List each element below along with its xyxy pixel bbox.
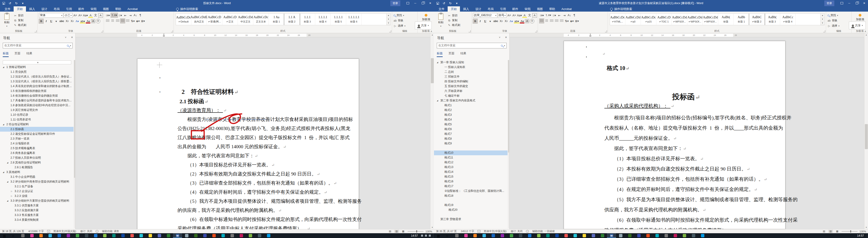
tree-arrow-icon[interactable]: ▷ <box>11 194 12 199</box>
styles-scroll-up-icon[interactable]: ▲ <box>821 14 824 18</box>
tree-arrow-icon[interactable]: ◢ <box>3 122 4 127</box>
nav-heading-item[interactable]: ◢ 1 资格证明材料 <box>0 65 73 70</box>
ribbon-tab[interactable]: 布局 <box>485 6 497 11</box>
nav-heading-item[interactable]: 1.1 营业执照 <box>0 70 73 74</box>
grow-font-icon[interactable]: A˄ <box>73 13 78 18</box>
nav-search-input[interactable]: 在文档中搜索 ▾ <box>437 43 506 48</box>
nav-heading-item[interactable]: 3.3.1 供货服务方案 <box>0 203 73 208</box>
scroll-up-icon[interactable]: ▲ <box>430 33 434 37</box>
styles-scroll-down-icon[interactable]: ▼ <box>821 18 824 21</box>
restore-button[interactable] <box>419 0 427 6</box>
font-size-combo[interactable]: 四号▾ <box>498 13 506 18</box>
nav-heading-item[interactable]: 1.9 其它资格证明文件 <box>0 108 73 112</box>
document-page[interactable]: ▪2 符合性证明材料↵ ▪2.1 投标函↵ （凌源市教育局）： ↵ 根据贵方(凌… <box>137 59 359 229</box>
nav-heading-item[interactable]: ◢ 2.8 其他符合性证明材料 <box>0 160 73 165</box>
styles-dialog-launcher[interactable] <box>389 30 391 32</box>
taskbar-app-icon[interactable] <box>227 233 237 238</box>
taskbar-app-icon[interactable] <box>498 233 507 238</box>
nav-heading-item[interactable]: 2.8.1 检测报告 <box>0 165 73 170</box>
style-tile[interactable]: AaBbCcD ↵普通(网... <box>207 14 222 25</box>
save-icon[interactable] <box>436 1 439 5</box>
style-tile[interactable]: 1.1 A 标题 2 <box>284 14 300 25</box>
taskbar-app-icon[interactable] <box>82 233 91 238</box>
highlight-color-icon[interactable]: ab▾ <box>514 19 519 24</box>
ribbon-tab[interactable]: 插入 <box>26 6 38 11</box>
bold-button[interactable]: B <box>39 19 43 24</box>
share-button[interactable]: 共享▾ <box>415 22 432 29</box>
style-tile[interactable]: AaBb( 标题 3 <box>765 14 780 25</box>
taskbar-app-icon[interactable] <box>461 233 470 238</box>
nav-heading-item[interactable]: 1.5 依法缴纳税收的缴款凭据 <box>0 89 73 94</box>
track-changes-indicator[interactable]: 修订: 关闭 <box>509 230 525 233</box>
clear-format-icon[interactable]: A <box>88 13 93 18</box>
font-size-combo[interactable]: 小三▾ <box>64 13 72 18</box>
nav-heading-item[interactable]: 格式11 <box>434 155 507 160</box>
taskbar-app-icon[interactable]: ○ <box>443 233 452 238</box>
ribbon-tab[interactable]: 帮助 <box>546 6 558 11</box>
clear-format-icon[interactable]: A <box>522 13 527 18</box>
style-tile[interactable]: AaBbCcDd 中文正文 <box>238 14 253 25</box>
distribute-icon[interactable] <box>125 19 130 23</box>
nav-heading-item[interactable]: ◢ 2 符合性证明材料 <box>0 122 73 127</box>
taskbar-app-icon[interactable] <box>652 233 661 238</box>
nav-heading-item[interactable]: ◢ 第二章 投标文件内容及格式 <box>434 98 507 103</box>
web-layout-icon[interactable]: ▦ <box>401 230 406 233</box>
taskbar-app-icon[interactable] <box>136 233 146 238</box>
multilevel-list-icon[interactable]: ⁝⁝▾ <box>552 13 557 18</box>
nav-heading-item[interactable]: 格式3 <box>434 112 507 117</box>
justify-icon[interactable] <box>120 19 125 23</box>
taskbar-clock[interactable]: 14:57 <box>857 234 867 237</box>
font-name-combo[interactable]: 宋体▾ <box>39 13 63 18</box>
taskbar-app-icon[interactable] <box>616 233 625 238</box>
taskbar-app-icon[interactable] <box>625 233 634 238</box>
nav-close-icon[interactable]: ✕ <box>71 36 73 39</box>
character-border-icon[interactable]: A <box>98 13 103 18</box>
ribbon-tab[interactable]: 设计 <box>472 6 485 11</box>
nav-heading-item[interactable]: 2.1 投标函 <box>0 127 73 132</box>
nav-scrollbar[interactable] <box>74 60 75 228</box>
taskbar-app-icon[interactable] <box>580 233 589 238</box>
nav-heading-item[interactable]: 格式2 <box>434 108 507 112</box>
bullets-icon[interactable]: ⁝≡▾ <box>105 13 111 18</box>
accessibility-status[interactable]: 辅助功能: 一切就绪 <box>530 230 557 233</box>
show-desktop-button[interactable] <box>867 233 868 238</box>
superscript-button[interactable]: X2 <box>504 19 508 24</box>
style-tile[interactable]: 1.1.1.1.1 标题 6 <box>346 14 362 25</box>
line-spacing-icon[interactable]: ⇅▾ <box>130 19 135 23</box>
ribbon-tab[interactable]: 布局 <box>51 6 63 11</box>
ribbon-tab[interactable]: Acrobat <box>124 6 141 11</box>
tree-arrow-icon[interactable]: ◢ <box>437 60 438 65</box>
nav-heading-item[interactable]: 七 确定中标 <box>434 94 507 98</box>
nav-heading-item[interactable]: ◢ 3.2 评分细则中商务部分需提供的相关证明材料 <box>0 179 73 184</box>
taskbar-app-icon[interactable] <box>698 233 707 238</box>
text-effects-icon[interactable]: A▾ <box>509 19 514 24</box>
style-tile[interactable]: AaBbCcDdE 表内正文 <box>191 14 207 25</box>
increase-indent-icon[interactable]: ⇥ <box>562 13 567 18</box>
addin-icon[interactable] <box>425 14 427 16</box>
clipboard-dialog-launcher[interactable] <box>35 30 37 32</box>
addin-icon[interactable] <box>859 14 861 16</box>
grow-font-icon[interactable]: A˄ <box>507 13 512 18</box>
tree-arrow-icon[interactable]: ◢ <box>7 179 8 184</box>
system-tray[interactable] <box>421 235 433 237</box>
qat-customize-icon[interactable]: ▾ <box>455 1 459 5</box>
nav-heading-item[interactable]: 2.5 技术规格偏离表 <box>0 146 73 151</box>
nav-heading-item[interactable]: 1.7 具备履行合同所必需的设备和专业技术能力... <box>0 98 73 103</box>
zoom-level[interactable]: 130% <box>426 230 432 233</box>
find-button[interactable]: 查找▾ <box>828 13 850 17</box>
nav-heading-item[interactable] <box>434 198 507 203</box>
taskbar-app-icon[interactable]: ○ <box>9 233 18 238</box>
text-effects-icon[interactable]: A▾ <box>75 19 80 24</box>
ribbon-tab[interactable]: 视图 <box>100 6 112 11</box>
taskbar-clock[interactable]: 14:57 <box>411 234 421 237</box>
tree-arrow-icon[interactable]: ▷ <box>11 189 12 194</box>
styles-dialog-launcher[interactable] <box>823 30 825 32</box>
nav-heading-item[interactable]: 五 投标文件的递交 <box>434 84 507 89</box>
taskbar-app-icon[interactable] <box>598 233 607 238</box>
strikethrough-button[interactable]: abc <box>493 19 498 24</box>
taskbar-app-icon[interactable] <box>680 233 689 238</box>
taskbar-app-icon[interactable] <box>155 233 164 238</box>
nav-collapse-icon[interactable]: ˅ <box>65 36 66 39</box>
style-tile[interactable]: AaBbCcDc ↵p15 <box>641 14 656 25</box>
ribbon-tab[interactable]: 帮助 <box>112 6 124 11</box>
